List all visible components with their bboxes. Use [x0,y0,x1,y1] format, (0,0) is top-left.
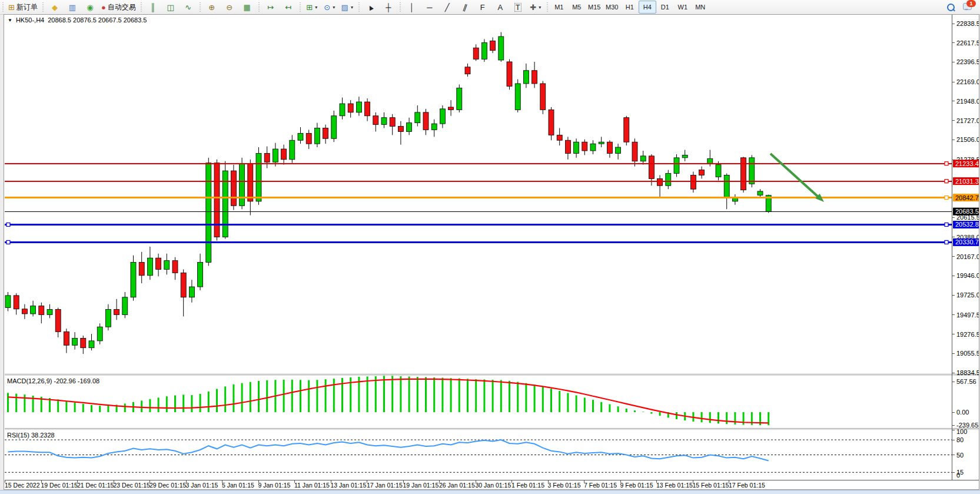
timeframe-h4[interactable]: H4 [639,1,656,14]
chevron-down-icon: ▾ [315,5,317,10]
candle-body [557,135,562,140]
zoom-in-button[interactable]: ⊕ [203,1,221,14]
toolbar-group: ↦↤ [262,0,297,14]
timeframe-m1[interactable]: M1 [550,1,568,14]
candle-body [122,297,128,315]
toolbar-grip [140,2,143,12]
templates-icon: ▨ [341,4,348,11]
candle-body [499,37,504,60]
trend-arrow-object[interactable] [770,154,819,198]
candle-body [390,118,395,127]
timeframe-label: W1 [678,4,688,11]
rsi-indicator-label: RSI(15) 38.2328 [7,432,55,439]
toolbar-grip [258,2,261,12]
chart-window: ▼ HK50-,H4 20868.5 20876.5 20667.5 20683… [4,14,979,490]
line-handle[interactable] [6,223,10,226]
time-tick-label: 5 Jan 01:15 [222,482,254,489]
toolbar-grip [199,2,202,12]
equidistant-channel-button[interactable]: ∥ [456,1,474,14]
price-tick-label: 21948.0 [956,98,979,105]
time-tick-label: 19 Dec 01:15 [41,482,78,489]
toolbar-group: ║◫∿ [144,0,197,14]
text-icon: A [497,4,503,11]
chart-shift-button[interactable]: ↤ [280,1,297,14]
candle-body [47,310,52,315]
timeframe-w1[interactable]: W1 [674,1,692,14]
chat-button[interactable]: 1 [963,3,972,12]
timeframe-m5[interactable]: M5 [568,1,586,14]
time-tick-label: 15 Dec 2022 [5,482,40,489]
auto-trading-button[interactable]: ●自动交易 [99,1,138,14]
arrows-icon: ✚ [530,4,536,11]
price-tick-label: 22617.5 [956,39,979,47]
candle-body [55,310,61,332]
candle-body [749,158,755,184]
new-order-button[interactable]: ⊞新订单 [6,1,40,14]
macd-tick-label: 0.00 [956,409,969,416]
level-lines [5,162,952,244]
line-handle[interactable] [945,196,948,200]
line-handle[interactable] [945,162,948,165]
market-watch-button[interactable]: ◆ [46,1,64,14]
candle-body [273,149,278,162]
line-handle[interactable] [6,240,10,244]
horizontal-line-button[interactable]: ─ [421,1,438,14]
tile-windows-icon: ▦ [244,4,251,11]
collapse-icon[interactable]: ▼ [8,18,12,23]
line-handle[interactable] [945,180,948,183]
chart-canvas[interactable]: 22838.522617.522396.522169.021948.021727… [4,15,979,489]
toolbar-group: ⊞▾⊙▾▨▾ [303,0,356,14]
text-label-button[interactable]: T [509,1,527,14]
periods-button[interactable]: ⊙▾ [321,1,338,14]
equidistant-channel-icon: ∥ [461,3,468,11]
candle-body [139,263,144,276]
time-tick-label: 23 Dec 01:15 [114,482,151,489]
candle-body [172,261,178,273]
data-window-button[interactable]: ▥ [64,1,81,14]
zoom-out-button[interactable]: ⊖ [221,1,238,14]
new-chart-button[interactable]: ⊞▾ [303,1,321,14]
time-tick-label: 9 Jan 01:15 [258,482,291,489]
text-button[interactable]: A [491,1,509,14]
price-tag-label: 21233.4 [955,160,979,167]
candle-body [14,296,19,309]
candle-body [758,191,763,195]
macd-indicator-label: MACD(12,26,9) -202.96 -169.08 [7,377,99,384]
line-handle[interactable] [945,223,948,226]
candle-body [481,42,487,59]
rsi-tick-label: 50 [956,452,964,459]
timeframe-label: H1 [626,4,634,11]
candle-body [465,67,470,74]
search-icon[interactable] [947,4,955,11]
time-tick-label: 3 Feb 01:15 [548,482,581,489]
timeframe-mn[interactable]: MN [692,1,709,14]
bar-chart-button[interactable]: ║ [144,1,162,14]
chart-shift-icon: ↤ [285,4,291,11]
candle-body [407,123,412,132]
navigator-button[interactable]: ◉ [81,1,99,14]
candle-body [473,48,479,59]
vertical-line-button[interactable]: │ [403,1,421,14]
rsi-tick-label: 0 [956,472,960,479]
timeframe-h1[interactable]: H1 [621,1,639,14]
timeframe-d1[interactable]: D1 [656,1,674,14]
timeframe-m30[interactable]: M30 [603,1,621,14]
time-tick-label: 21 Dec 01:15 [77,482,114,489]
templates-button[interactable]: ▨▾ [338,1,356,14]
auto-scroll-icon: ↦ [267,4,274,11]
candle-body [398,127,403,132]
timeframe-m15[interactable]: M15 [586,1,603,14]
tile-windows-button[interactable]: ▦ [238,1,256,14]
candle-chart-button[interactable]: ◫ [162,1,180,14]
line-handle[interactable] [945,240,948,244]
fibonacci-button[interactable]: F [474,1,491,14]
cursor-button[interactable]: ▲ [362,1,380,14]
crosshair-button[interactable]: ┼ [380,1,397,14]
auto-trading-icon: ● [101,4,106,11]
candle-body [590,144,596,151]
line-chart-button[interactable]: ∿ [180,1,197,14]
auto-scroll-button[interactable]: ↦ [262,1,280,14]
arrows-button[interactable]: ✚▾ [527,1,544,14]
trendline-icon: ╱ [445,4,450,11]
trendline-button[interactable]: ╱ [438,1,456,14]
